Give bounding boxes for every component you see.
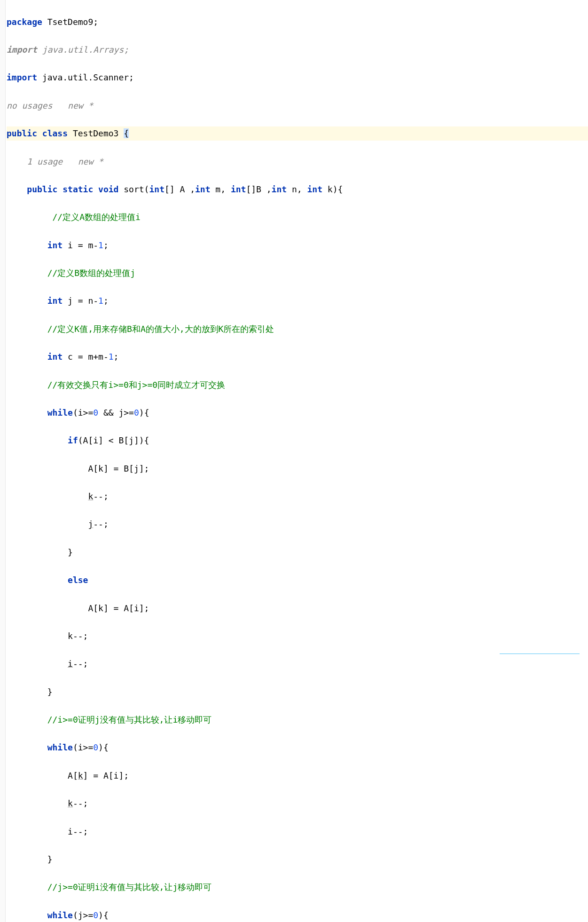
code-text bbox=[7, 519, 88, 529]
keyword: package bbox=[7, 17, 42, 27]
code-text: (A[i] < B[j]){ bbox=[78, 435, 149, 445]
code-text: TsetDemo9; bbox=[42, 17, 98, 27]
comment: //定义A数组的处理值i bbox=[7, 210, 588, 224]
comment: //j>=0证明i没有值与其比较,让j移动即可 bbox=[7, 880, 588, 894]
param: [] A , bbox=[165, 184, 195, 194]
brace: { bbox=[124, 128, 129, 138]
var: k bbox=[88, 491, 93, 501]
keyword: import bbox=[7, 45, 37, 55]
comment: //定义B数组的处理值j bbox=[7, 266, 588, 280]
code-text: } bbox=[7, 852, 588, 867]
class-name: TestDemo3 bbox=[68, 128, 124, 138]
code-text: (j>= bbox=[73, 910, 93, 920]
var: k bbox=[78, 771, 83, 780]
keyword: int bbox=[307, 184, 322, 194]
number: 0 bbox=[93, 408, 98, 418]
keyword: while bbox=[7, 408, 73, 418]
comment: //定义K值,用来存储B和A的值大小,大的放到K所在的索引处 bbox=[7, 322, 588, 336]
comment: //i>=0证明j没有值与其比较,让i移动即可 bbox=[7, 713, 588, 727]
code-text: k--; bbox=[7, 629, 588, 643]
code-text: && j>= bbox=[98, 408, 134, 418]
keyword: if bbox=[7, 435, 78, 445]
minimap-marker bbox=[500, 654, 580, 654]
code-text: i = m- bbox=[63, 240, 98, 250]
number: 1 bbox=[98, 240, 103, 250]
code-text: ; bbox=[114, 352, 119, 362]
var: i bbox=[68, 659, 73, 669]
code-text: --; bbox=[73, 659, 88, 669]
number: 0 bbox=[134, 408, 139, 418]
keyword: int bbox=[149, 184, 165, 194]
code-text: A[ bbox=[7, 771, 78, 780]
keyword: else bbox=[7, 575, 88, 585]
keyword: int bbox=[7, 352, 63, 362]
number: 1 bbox=[98, 296, 103, 306]
number: 0 bbox=[93, 910, 98, 920]
code-text: i--; bbox=[7, 825, 588, 839]
code-text: ; bbox=[103, 296, 109, 306]
code-text: ){ bbox=[98, 742, 109, 752]
code-text: j = n- bbox=[63, 296, 98, 306]
code-text: ] = A[i]; bbox=[83, 771, 129, 780]
var: j bbox=[88, 519, 93, 529]
keyword: int bbox=[272, 184, 287, 194]
number: 1 bbox=[109, 352, 114, 362]
code-text: (i>= bbox=[73, 408, 93, 418]
keyword: int bbox=[231, 184, 246, 194]
code-text: --; bbox=[93, 519, 109, 529]
code-text: --; bbox=[93, 491, 109, 501]
code-text: ; bbox=[103, 240, 109, 250]
code-editor[interactable]: package TsetDemo9; import java.util.Arra… bbox=[0, 0, 588, 922]
code-text bbox=[7, 798, 68, 808]
keyword: while bbox=[7, 742, 73, 752]
code-text: java.util.Scanner; bbox=[37, 72, 134, 82]
var: k bbox=[68, 798, 73, 808]
param: []B , bbox=[246, 184, 271, 194]
comment: //有效交换只有i>=0和j>=0同时成立才可交换 bbox=[7, 378, 588, 392]
keyword: int bbox=[7, 240, 63, 250]
keyword: int bbox=[195, 184, 211, 194]
code-text: A[k] = B[j]; bbox=[7, 462, 588, 476]
keyword: import bbox=[7, 72, 37, 82]
unused-import: java.util.Arrays; bbox=[37, 45, 129, 55]
usage-hint: no usages new * bbox=[7, 99, 588, 113]
number: 0 bbox=[93, 742, 98, 752]
param: k){ bbox=[322, 184, 343, 194]
code-text: ){ bbox=[139, 408, 149, 418]
param: n, bbox=[287, 184, 307, 194]
keyword: int bbox=[7, 296, 63, 306]
code-text: --; bbox=[73, 798, 88, 808]
keyword: public static void bbox=[7, 184, 118, 194]
editor-gutter bbox=[0, 0, 6, 922]
keyword: while bbox=[7, 910, 73, 920]
code-text: (i>= bbox=[73, 742, 93, 752]
code-text: } bbox=[7, 545, 588, 560]
code-text bbox=[7, 491, 88, 501]
code-text: ){ bbox=[98, 910, 109, 920]
keyword: public class bbox=[7, 128, 68, 138]
usage-hint: 1 usage new * bbox=[7, 155, 588, 169]
code-text: } bbox=[7, 685, 588, 699]
code-text: c = m+m- bbox=[63, 352, 109, 362]
method-name: sort( bbox=[118, 184, 149, 194]
code-text bbox=[7, 659, 68, 669]
code-text: A[k] = A[i]; bbox=[7, 601, 588, 615]
param: m, bbox=[211, 184, 231, 194]
